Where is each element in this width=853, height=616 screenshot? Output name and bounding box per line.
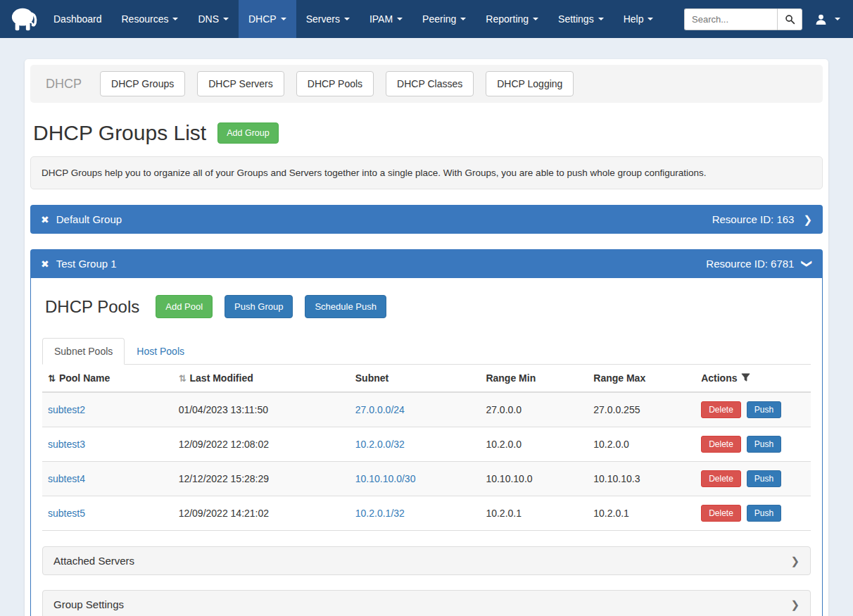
push-button[interactable]: Push	[747, 436, 781, 453]
group-header-default-group[interactable]: ✖ Default Group Resource ID: 163 ❯	[30, 205, 823, 234]
accordion-label: Attached Servers	[53, 555, 134, 567]
add-pool-button[interactable]: Add Pool	[156, 295, 213, 318]
column-label: Range Max	[593, 372, 645, 384]
chevron-right-icon: ❯	[790, 555, 800, 566]
subnet-link[interactable]: 10.2.0.1/32	[355, 508, 405, 519]
caret-down-icon	[533, 18, 538, 20]
push-button[interactable]: Push	[747, 470, 781, 487]
nav-item-help[interactable]: Help	[614, 0, 664, 38]
user-icon	[815, 13, 827, 25]
last-modified-cell: 12/09/2022 14:21:02	[173, 496, 350, 531]
delete-button[interactable]: Delete	[701, 401, 741, 418]
breadcrumb-label: DHCP	[46, 77, 82, 92]
caret-down-icon	[397, 18, 403, 20]
breadcrumb-button-dhcp-logging[interactable]: DHCP Logging	[486, 71, 574, 96]
breadcrumb-button-dhcp-classes[interactable]: DHCP Classes	[386, 71, 474, 96]
search-icon	[785, 14, 795, 25]
app-logo[interactable]	[4, 0, 44, 38]
nav-item-peering[interactable]: Peering	[412, 0, 476, 38]
push-button[interactable]: Push	[747, 505, 781, 522]
pool-name-link[interactable]: subtest5	[48, 508, 85, 519]
column-header-subnet[interactable]: Subnet	[350, 365, 481, 392]
caret-down-icon	[172, 18, 178, 20]
remove-group-icon[interactable]: ✖	[41, 215, 49, 225]
nav-item-dns[interactable]: DNS	[188, 0, 239, 38]
column-header-pool-name[interactable]: ⇅Pool Name	[42, 365, 173, 392]
nav-item-settings[interactable]: Settings	[548, 0, 614, 38]
breadcrumb-button-dhcp-pools[interactable]: DHCP Pools	[296, 71, 374, 96]
push-button[interactable]: Push	[747, 401, 781, 418]
column-label: Range Min	[486, 372, 536, 384]
main-nav: Dashboard Resources DNS DHCP Servers IPA…	[44, 0, 663, 38]
nav-item-dhcp[interactable]: DHCP	[239, 0, 296, 38]
delete-button[interactable]: Delete	[701, 470, 741, 487]
pool-name-link[interactable]: subtest2	[48, 404, 85, 415]
range-max-cell: 10.2.0.0	[588, 427, 695, 462]
subnet-link[interactable]: 27.0.0.0/24	[355, 404, 405, 415]
tab-host-pools[interactable]: Host Pools	[125, 338, 196, 365]
delete-button[interactable]: Delete	[701, 436, 741, 453]
nav-item-servers[interactable]: Servers	[296, 0, 360, 38]
chevron-down-icon[interactable]: ❯	[802, 259, 813, 268]
breadcrumb-button-dhcp-groups[interactable]: DHCP Groups	[100, 71, 185, 96]
table-row: subtest5 12/09/2022 14:21:02 10.2.0.1/32…	[42, 496, 811, 531]
table-header-row: ⇅Pool Name ⇅Last Modified Subnet Range M…	[42, 365, 811, 392]
tab-subnet-pools[interactable]: Subnet Pools	[42, 338, 125, 365]
sort-icon[interactable]: ⇅	[48, 373, 56, 384]
pool-name-link[interactable]: subtest3	[48, 439, 85, 450]
nav-item-ipam[interactable]: IPAM	[360, 0, 412, 38]
breadcrumb-button-dhcp-servers[interactable]: DHCP Servers	[197, 71, 284, 96]
push-group-button[interactable]: Push Group	[225, 295, 293, 318]
schedule-push-button[interactable]: Schedule Push	[305, 295, 386, 318]
search-button[interactable]	[777, 8, 802, 30]
last-modified-cell: 01/04/2023 13:11:50	[173, 392, 350, 427]
chevron-right-icon: ❯	[790, 599, 800, 610]
nav-item-label: Dashboard	[53, 13, 102, 25]
nav-item-label: Servers	[306, 13, 340, 25]
sort-icon[interactable]: ⇅	[179, 373, 187, 384]
pools-header: DHCP Pools Add Pool Push Group Schedule …	[45, 295, 811, 318]
nav-item-reporting[interactable]: Reporting	[476, 0, 548, 38]
resource-id: Resource ID: 6781	[706, 258, 794, 270]
group-name: Default Group	[56, 213, 122, 225]
accordion-attached-servers[interactable]: Attached Servers ❯	[42, 546, 811, 575]
table-row: subtest2 01/04/2023 13:11:50 27.0.0.0/24…	[42, 392, 811, 427]
page-description: DHCP Groups help you to organize all of …	[30, 156, 823, 189]
user-menu[interactable]	[812, 13, 843, 25]
filter-icon[interactable]	[741, 373, 750, 382]
pool-name-link[interactable]: subtest4	[48, 473, 85, 484]
caret-down-icon	[281, 18, 286, 20]
caret-down-icon	[647, 18, 653, 20]
group-header-test-group-1[interactable]: ✖ Test Group 1 Resource ID: 6781 ❯	[30, 249, 823, 278]
accordion-group-settings[interactable]: Group Settings ❯	[42, 590, 811, 616]
subnet-link[interactable]: 10.2.0.0/32	[355, 439, 405, 450]
last-modified-cell: 12/12/2022 15:28:29	[173, 462, 350, 496]
search-input[interactable]	[684, 8, 777, 30]
delete-button[interactable]: Delete	[701, 505, 741, 522]
nav-item-label: DHCP	[248, 13, 277, 25]
add-group-button[interactable]: Add Group	[217, 122, 278, 144]
page-title-row: DHCP Groups List Add Group	[33, 121, 823, 145]
column-header-range-max[interactable]: Range Max	[588, 365, 695, 392]
caret-down-icon	[344, 18, 350, 20]
column-header-actions[interactable]: Actions	[695, 365, 811, 392]
nav-item-dashboard[interactable]: Dashboard	[44, 0, 112, 38]
column-header-range-min[interactable]: Range Min	[480, 365, 588, 392]
chevron-right-icon[interactable]: ❯	[803, 214, 812, 225]
nav-item-label: IPAM	[369, 13, 393, 25]
remove-group-icon[interactable]: ✖	[41, 259, 49, 269]
range-min-cell: 10.2.0.0	[480, 427, 588, 462]
resource-id: Resource ID: 163	[712, 213, 795, 225]
breadcrumb: DHCP DHCP Groups DHCP Servers DHCP Pools…	[30, 65, 823, 103]
range-min-cell: 10.10.10.0	[480, 462, 588, 496]
caret-down-icon	[223, 18, 229, 20]
column-header-last-modified[interactable]: ⇅Last Modified	[173, 365, 350, 392]
page-title: DHCP Groups List	[33, 121, 206, 145]
group-default-group: ✖ Default Group Resource ID: 163 ❯	[30, 205, 823, 234]
nav-item-resources[interactable]: Resources	[112, 0, 189, 38]
subnet-link[interactable]: 10.10.10.0/30	[355, 473, 416, 484]
nav-item-label: Settings	[558, 13, 594, 25]
caret-down-icon	[598, 18, 604, 20]
range-min-cell: 27.0.0.0	[480, 392, 588, 427]
group-name: Test Group 1	[56, 258, 117, 270]
